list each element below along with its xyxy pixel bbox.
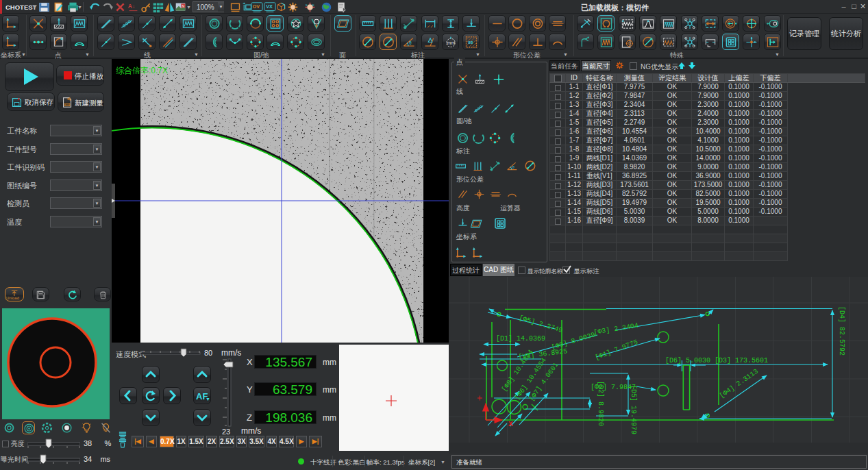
svg-text:▼: ▼	[206, 397, 210, 401]
svg-text:[D5] 19.4979: [D5] 19.4979	[630, 385, 637, 434]
svg-text:[Φ5] 2.2749: [Φ5] 2.2749	[518, 314, 563, 334]
svg-text:N: N	[182, 4, 185, 8]
svg-text:[D2] 8.9820: [D2] 8.9820	[597, 381, 604, 426]
svg-text:VX: VX	[266, 3, 273, 10]
svg-text:OV: OV	[253, 3, 260, 10]
svg-text:[Φ3] 2.3404: [Φ3] 2.3404	[593, 322, 639, 336]
svg-text:X: X	[508, 420, 513, 428]
svg-text:E: E	[312, 3, 314, 7]
svg-text:[D1] 14.0369: [D1] 14.0369	[496, 335, 545, 343]
svg-text:[D6] 5.0030 [D3] 173.5601: [D6] 5.0030 [D3] 173.5601	[665, 357, 768, 364]
svg-text:[D4] 82.5792: [D4] 82.5792	[838, 306, 845, 356]
svg-text:S: S	[306, 3, 308, 7]
svg-text:A↓: A↓	[128, 3, 135, 10]
svg-text:综合倍率:0.7X: 综合倍率:0.7X	[116, 66, 168, 75]
svg-text:[Φ1] 7.9775: [Φ1] 7.9775	[594, 338, 639, 362]
